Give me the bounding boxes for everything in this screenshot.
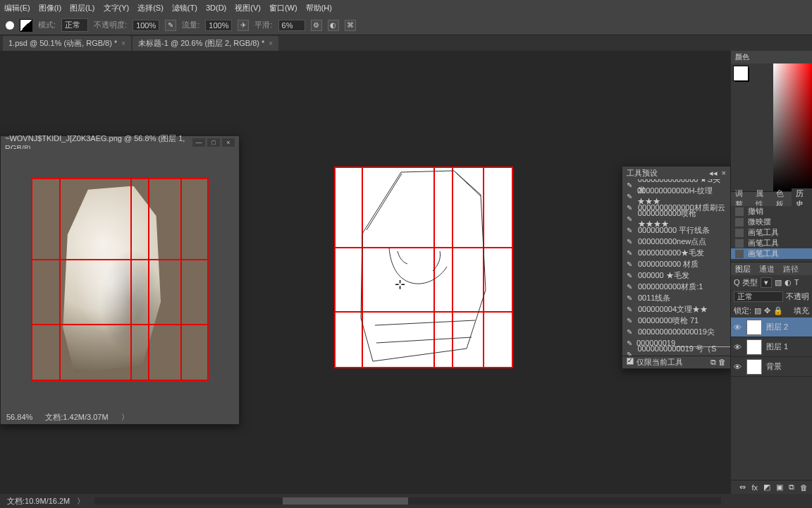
close-icon[interactable]: × (269, 40, 273, 47)
layer-name[interactable]: 图层 2 (766, 322, 788, 332)
history-item[interactable]: 画笔工具 (731, 227, 812, 238)
list-item[interactable]: ✎00000000喷枪 71 (622, 315, 730, 326)
color-picker[interactable] (773, 64, 812, 191)
new-layer-icon[interactable]: ⧉ (789, 483, 794, 492)
chevron-right-icon[interactable]: 〉 (121, 412, 129, 423)
group-icon[interactable]: ▣ (776, 483, 783, 492)
color-panel[interactable]: 颜色 (731, 51, 812, 192)
menu-item[interactable]: 编辑(E) (4, 3, 30, 13)
list-item[interactable]: ✎0000000000喷枪★★★★ (622, 213, 730, 224)
brush-preview-icon[interactable] (6, 21, 14, 30)
filter-adjust-icon[interactable]: ◐ (785, 278, 792, 287)
menu-item[interactable]: 滤镜(T) (172, 3, 197, 13)
document-tab[interactable]: 1.psd @ 50.1% (动画, RGB/8) *× (3, 36, 131, 51)
panel-header[interactable]: 工具预设 ◂◂× (622, 167, 730, 179)
list-item[interactable]: ✎0011线条 (622, 292, 730, 303)
layer-row[interactable]: 👁 背景 (731, 357, 812, 377)
smooth-label: 平滑: (254, 20, 272, 30)
list-item[interactable]: ✎0000000000000019尖 (622, 326, 730, 337)
brush-icon: ✎ (627, 328, 634, 336)
lock-pixels-icon[interactable]: ▧ (754, 306, 761, 315)
trash-icon[interactable]: 🗑 (718, 358, 726, 366)
opacity-input[interactable]: 100% (133, 20, 159, 31)
pressure-opacity-icon[interactable]: ✎ (165, 20, 176, 31)
gear-icon[interactable]: ⚙ (311, 20, 322, 31)
airbrush-icon[interactable]: ✈ (238, 20, 249, 31)
menu-item[interactable]: 文字(Y) (104, 3, 130, 13)
smooth-input[interactable]: 6% (278, 20, 305, 31)
layer-row[interactable]: 👁 图层 2 (731, 318, 812, 337)
trash-icon[interactable]: 🗑 (800, 483, 808, 492)
filter-type-icon[interactable]: T (794, 278, 799, 286)
scrollbar-thumb[interactable] (283, 497, 408, 504)
zoom-level[interactable]: 56.84% (6, 413, 32, 421)
layer-name[interactable]: 背景 (766, 361, 782, 372)
brush-swatch-icon[interactable] (20, 19, 32, 32)
list-item[interactable]: ✎000000000000H-纹理★★★ (622, 190, 730, 202)
visibility-icon[interactable]: 👁 (734, 343, 742, 351)
maximize-icon[interactable]: □ (207, 138, 220, 147)
link-icon[interactable]: ⇔ (739, 483, 746, 492)
lock-position-icon[interactable]: ✥ (764, 306, 770, 315)
layer-thumbnail[interactable] (746, 339, 762, 355)
visibility-icon[interactable]: 👁 (734, 363, 742, 371)
menu-item[interactable]: 图像(I) (39, 3, 61, 13)
window-titlebar[interactable]: ~WOVNJ$TKIDI_J[Z0K3AEG.png @ 56.8% (图层 1… (1, 136, 239, 149)
new-preset-icon[interactable]: ⧉ (710, 358, 716, 366)
close-icon[interactable]: × (222, 138, 235, 147)
history-panel[interactable]: 撤销 微映摆 画笔工具 画笔工具 画笔工具 (731, 206, 812, 262)
panel-title[interactable]: 颜色 (731, 51, 812, 64)
tab-channels[interactable]: 通道 (755, 264, 779, 274)
mode-select[interactable]: 正常 (61, 18, 88, 32)
list-item[interactable]: ✎0000000000 材质 (622, 258, 730, 270)
tool-presets-panel[interactable]: 工具预设 ◂◂× ✎00000000000000 ★S头发 ✎000000000… (622, 166, 731, 369)
close-icon[interactable]: × (121, 40, 125, 47)
layer-thumbnail[interactable] (746, 359, 762, 375)
flow-input[interactable]: 100% (205, 20, 232, 31)
close-icon[interactable]: × (722, 169, 726, 178)
minimize-icon[interactable]: — (192, 138, 205, 147)
collapse-icon[interactable]: ◂◂ (709, 169, 718, 178)
main-canvas[interactable] (334, 167, 513, 368)
symmetry-icon[interactable]: ⌘ (345, 20, 356, 31)
layer-name[interactable]: 图层 1 (766, 341, 788, 352)
visibility-icon[interactable]: 👁 (734, 323, 742, 332)
chevron-right-icon[interactable]: 〉 (77, 496, 85, 507)
history-item[interactable]: 微映摆 (731, 217, 812, 227)
filter-kind-select[interactable]: ▾ (761, 277, 772, 288)
pressure-size-icon[interactable]: ◐ (328, 20, 339, 31)
menu-item[interactable]: 选择(S) (137, 3, 164, 13)
reference-canvas[interactable] (1, 149, 239, 410)
list-item[interactable]: ✎0000000000材质:1 (622, 281, 730, 292)
history-item[interactable]: 撤销 (731, 206, 812, 217)
horizontal-scrollbar[interactable] (94, 497, 721, 504)
brush-icon (735, 207, 744, 216)
menu-item[interactable]: 窗口(W) (269, 3, 297, 13)
menu-item[interactable]: 帮助(H) (306, 3, 332, 13)
reference-window[interactable]: ~WOVNJ$TKIDI_J[Z0K3AEG.png @ 56.8% (图层 1… (0, 135, 240, 425)
history-item[interactable]: 画笔工具 (731, 248, 812, 259)
list-item[interactable]: ✎000000004文理★★ (622, 303, 730, 315)
menu-item[interactable]: 图层(L) (70, 3, 94, 13)
menu-item[interactable]: 视图(V) (235, 3, 261, 13)
history-item[interactable]: 画笔工具 (731, 238, 812, 248)
filter-pixel-icon[interactable]: ▧ (775, 278, 782, 287)
document-tab[interactable]: 未标题-1 @ 20.6% (图层 2, RGB/8) *× (133, 36, 278, 51)
mask-icon[interactable]: ◩ (763, 483, 770, 492)
tab-paths[interactable]: 路径 (779, 264, 803, 274)
list-item[interactable]: ✎000000 ★毛发 (622, 270, 730, 281)
layer-thumbnail[interactable] (746, 320, 762, 335)
list-item[interactable]: ✎0000000000019 号（S篇） (622, 349, 730, 356)
checkbox[interactable] (627, 358, 634, 365)
layers-panel[interactable]: 图层 通道 路径 Q 类型 ▾ ▧ ◐ T 正常 不透明 锁定: ▧ ✥ 🔒 填… (731, 262, 812, 494)
blend-mode-select[interactable]: 正常 (734, 291, 783, 302)
tab-layers[interactable]: 图层 (731, 264, 755, 274)
preset-list[interactable]: ✎00000000000000 ★S头发 ✎000000000000H-纹理★★… (622, 179, 730, 356)
fx-icon[interactable]: fx (751, 483, 758, 492)
list-item[interactable]: ✎0000000000★毛发 (622, 247, 730, 258)
layer-row[interactable]: 👁 图层 1 (731, 337, 812, 357)
menu-item[interactable]: 3D(D) (206, 4, 226, 12)
foreground-background-swatch[interactable] (735, 68, 749, 82)
list-item[interactable]: ✎000000000new点点 (622, 236, 730, 247)
lock-all-icon[interactable]: 🔒 (773, 306, 783, 315)
